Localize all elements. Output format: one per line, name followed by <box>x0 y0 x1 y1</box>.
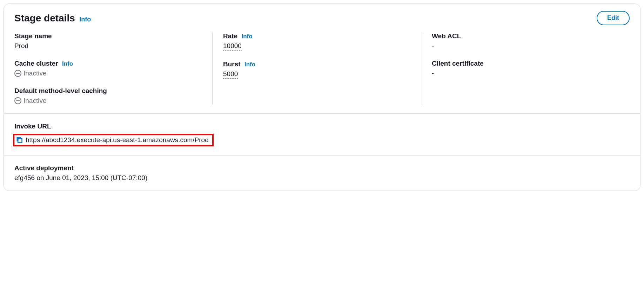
invoke-url-label: Invoke URL <box>14 122 630 130</box>
info-link-burst[interactable]: Info <box>244 61 255 68</box>
title-group: Stage details Info <box>14 13 91 24</box>
web-acl-label: Web ACL <box>432 32 619 40</box>
default-caching-status-row: Inactive <box>14 97 202 105</box>
burst-label: Burst Info <box>223 60 410 68</box>
stage-name-value: Prod <box>14 42 202 50</box>
field-cache-cluster: Cache cluster Info Inactive <box>14 60 202 77</box>
field-web-acl: Web ACL - <box>432 32 619 50</box>
field-stage-name: Stage name Prod <box>14 32 202 50</box>
info-link-header[interactable]: Info <box>79 16 91 23</box>
field-burst: Burst Info 5000 <box>223 60 410 79</box>
edit-button[interactable]: Edit <box>597 11 630 25</box>
field-client-cert: Client certificate - <box>432 60 619 77</box>
stage-name-label: Stage name <box>14 32 202 40</box>
field-default-caching: Default method-level caching Inactive <box>14 87 202 105</box>
invoke-url-section: Invoke URL https://abcd1234.execute-api.… <box>4 113 640 155</box>
info-link-cache-cluster[interactable]: Info <box>62 60 73 67</box>
client-cert-value: - <box>432 69 619 77</box>
cache-cluster-label-text: Cache cluster <box>14 60 58 67</box>
web-acl-value: - <box>432 42 619 50</box>
card-header: Stage details Info Edit <box>4 4 640 29</box>
active-deployment-value: efg456 on June 01, 2023, 15:00 (UTC-07:0… <box>14 174 630 182</box>
cache-cluster-status: Inactive <box>24 69 46 77</box>
inactive-icon <box>14 70 21 77</box>
field-rate: Rate Info 10000 <box>223 32 410 51</box>
info-link-rate[interactable]: Info <box>241 33 252 40</box>
column-1: Stage name Prod Cache cluster Info Inact… <box>14 32 213 105</box>
default-caching-label: Default method-level caching <box>14 87 202 95</box>
page-title: Stage details <box>14 13 75 24</box>
rate-value: 10000 <box>223 42 242 51</box>
column-2: Rate Info 10000 Burst Info 5000 <box>213 32 421 105</box>
burst-label-text: Burst <box>223 60 241 68</box>
copy-icon[interactable] <box>16 137 23 144</box>
rate-label: Rate Info <box>223 32 410 40</box>
active-deployment-section: Active deployment efg456 on June 01, 202… <box>4 155 640 191</box>
rate-label-text: Rate <box>223 32 237 40</box>
svg-rect-0 <box>18 139 22 142</box>
cache-cluster-label: Cache cluster Info <box>14 60 202 67</box>
cache-cluster-status-row: Inactive <box>14 69 202 77</box>
active-deployment-label: Active deployment <box>14 164 630 172</box>
invoke-url-value[interactable]: https://abcd1234.execute-api.us-east-1.a… <box>26 136 209 144</box>
invoke-url-highlight: https://abcd1234.execute-api.us-east-1.a… <box>13 134 214 146</box>
client-cert-label: Client certificate <box>432 60 619 67</box>
default-caching-status: Inactive <box>24 97 46 105</box>
column-3: Web ACL - Client certificate - <box>421 32 630 105</box>
burst-value: 5000 <box>223 70 238 79</box>
details-grid: Stage name Prod Cache cluster Info Inact… <box>4 29 640 113</box>
stage-details-card: Stage details Info Edit Stage name Prod … <box>4 4 640 191</box>
inactive-icon <box>14 97 21 104</box>
